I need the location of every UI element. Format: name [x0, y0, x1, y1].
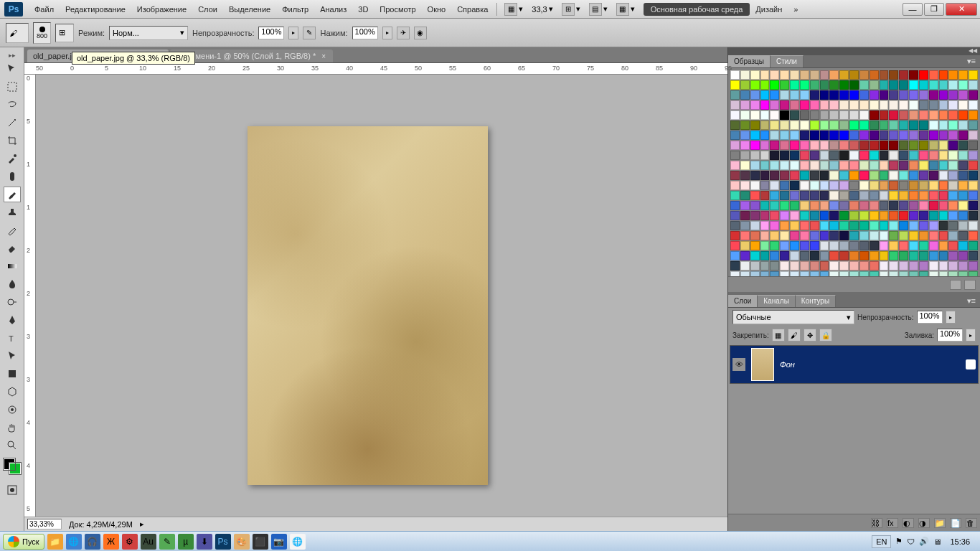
swatch[interactable] [889, 221, 898, 230]
swatch[interactable] [810, 121, 819, 130]
history-brush-tool[interactable] [4, 222, 21, 238]
swatch[interactable] [870, 141, 879, 150]
swatch[interactable] [870, 171, 879, 180]
canvas-viewport[interactable] [36, 75, 716, 517]
swatch[interactable] [939, 231, 948, 240]
swatch[interactable] [870, 100, 879, 110]
swatch[interactable] [810, 90, 819, 100]
swatch[interactable] [800, 201, 809, 210]
swatch[interactable] [810, 261, 819, 270]
swatch[interactable] [770, 151, 779, 160]
swatch[interactable] [770, 201, 779, 210]
hand-tool[interactable] [4, 420, 21, 435]
swatch[interactable] [948, 271, 958, 276]
swatch[interactable] [969, 141, 978, 150]
swatch[interactable] [839, 211, 849, 220]
swatch[interactable] [839, 90, 849, 100]
swatch[interactable] [800, 241, 809, 250]
swatch[interactable] [810, 131, 819, 140]
swatch[interactable] [730, 261, 740, 270]
swatch[interactable] [849, 161, 859, 170]
swatch[interactable] [800, 141, 809, 150]
swatch[interactable] [790, 70, 799, 80]
swatch[interactable] [939, 151, 948, 160]
swatch[interactable] [939, 211, 948, 220]
swatch[interactable] [849, 241, 859, 250]
swatch[interactable] [770, 271, 779, 276]
swatch[interactable] [760, 271, 770, 276]
swatch[interactable] [909, 241, 918, 250]
swatch[interactable] [899, 70, 908, 80]
swatch[interactable] [800, 251, 809, 260]
swatch[interactable] [939, 100, 948, 110]
swatch[interactable] [780, 231, 789, 240]
swatch[interactable] [880, 151, 889, 160]
swatch[interactable] [730, 100, 740, 110]
swatch[interactable] [909, 181, 918, 190]
swatch[interactable] [899, 121, 908, 130]
swatch[interactable] [740, 261, 750, 270]
menu-Изображение[interactable]: Изображение [131, 0, 192, 19]
swatch[interactable] [849, 211, 859, 220]
swatch[interactable] [958, 151, 968, 160]
healing-tool[interactable] [4, 169, 21, 184]
swatch[interactable] [839, 121, 849, 130]
swatch[interactable] [760, 141, 770, 150]
swatch[interactable] [889, 131, 898, 140]
swatch[interactable] [760, 90, 770, 100]
swatch[interactable] [839, 110, 849, 120]
swatch[interactable] [780, 80, 789, 90]
path-select-tool[interactable] [4, 348, 21, 364]
swatch[interactable] [780, 201, 789, 210]
swatch[interactable] [839, 271, 849, 276]
swatch[interactable] [780, 141, 789, 150]
swatch[interactable] [948, 231, 958, 240]
opacity-flyout[interactable]: ▸ [946, 311, 956, 324]
swatch[interactable] [810, 231, 819, 240]
swatch[interactable] [810, 211, 819, 220]
swatch[interactable] [939, 141, 948, 150]
taskbar-app-1[interactable]: 📁 [47, 534, 63, 550]
swatch[interactable] [740, 271, 750, 276]
swatch[interactable] [820, 80, 829, 90]
taskbar-app-2[interactable]: 🌐 [66, 534, 82, 550]
swatch[interactable] [820, 131, 829, 140]
swatch[interactable] [790, 211, 799, 220]
swatch[interactable] [899, 271, 908, 276]
swatch[interactable] [750, 201, 760, 210]
swatch[interactable] [958, 141, 968, 150]
delete-layer-icon[interactable]: 🗑 [966, 518, 977, 528]
tray-icon[interactable]: 🖥 [933, 537, 941, 546]
swatch[interactable] [859, 161, 869, 170]
layers-tab[interactable]: Слои [728, 295, 758, 307]
swatch[interactable] [969, 201, 978, 210]
swatch[interactable] [730, 241, 740, 250]
swatch[interactable] [839, 161, 849, 170]
swatch[interactable] [859, 151, 869, 160]
swatch[interactable] [780, 151, 789, 160]
layer-row[interactable]: 👁 Фон [730, 345, 979, 384]
background-color[interactable] [9, 463, 21, 474]
blend-mode-select[interactable]: Норм...▾ [109, 26, 188, 40]
swatch[interactable] [770, 110, 779, 120]
menu-Редактирование[interactable]: Редактирование [60, 0, 131, 19]
swatch[interactable] [750, 191, 760, 200]
swatch[interactable] [939, 161, 948, 170]
swatch[interactable] [899, 151, 908, 160]
swatch[interactable] [870, 70, 879, 80]
delete-swatch-icon[interactable] [964, 280, 976, 290]
swatch[interactable] [770, 221, 779, 230]
swatch[interactable] [829, 121, 839, 130]
swatch[interactable] [948, 201, 958, 210]
swatch[interactable] [948, 80, 958, 90]
paths-tab[interactable]: Контуры [796, 295, 836, 307]
layer-thumbnail[interactable] [751, 348, 774, 381]
swatch[interactable] [839, 70, 849, 80]
lock-position-icon[interactable]: ✥ [804, 329, 816, 342]
swatch[interactable] [780, 181, 789, 190]
swatch[interactable] [750, 261, 760, 270]
swatch[interactable] [800, 131, 809, 140]
swatch[interactable] [820, 211, 829, 220]
swatch[interactable] [750, 121, 760, 130]
swatch[interactable] [849, 141, 859, 150]
